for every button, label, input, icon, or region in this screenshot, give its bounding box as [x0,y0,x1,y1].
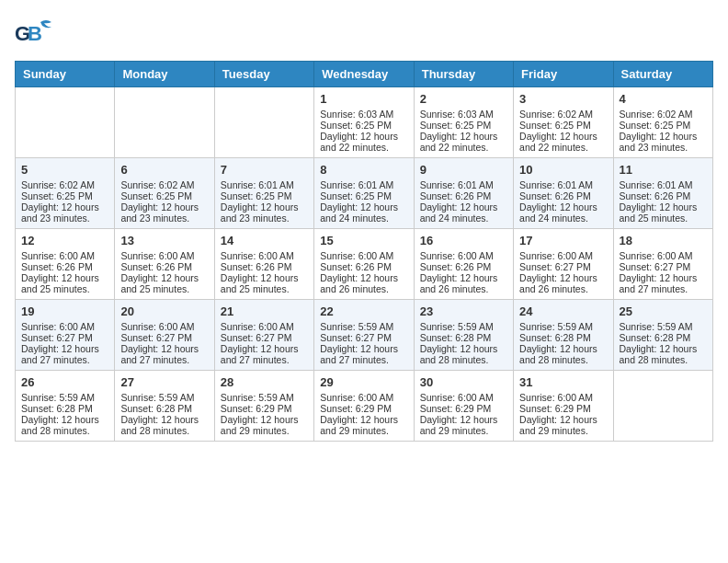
daylight-text: Daylight: 12 hours and 22 minutes. [320,131,407,153]
calendar-cell: 11Sunrise: 6:01 AMSunset: 6:26 PMDayligh… [613,158,712,229]
daylight-text: Daylight: 12 hours and 25 minutes. [620,201,707,224]
sunset-text: Sunset: 6:27 PM [120,332,208,343]
calendar-cell: 26Sunrise: 5:59 AMSunset: 6:28 PMDayligh… [16,371,115,442]
sunrise-text: Sunrise: 6:00 AM [21,250,108,261]
day-number: 6 [120,163,208,177]
sunset-text: Sunset: 6:27 PM [620,261,707,272]
calendar-cell: 17Sunrise: 6:00 AMSunset: 6:27 PMDayligh… [514,229,613,300]
calendar-cell: 31Sunrise: 6:00 AMSunset: 6:29 PMDayligh… [514,371,613,442]
daylight-text: Daylight: 12 hours and 24 minutes. [420,201,507,224]
calendar-cell [115,87,214,158]
calendar-cell: 10Sunrise: 6:01 AMSunset: 6:26 PMDayligh… [514,158,613,229]
daylight-text: Daylight: 12 hours and 28 minutes. [519,343,607,365]
calendar-cell: 22Sunrise: 5:59 AMSunset: 6:27 PMDayligh… [314,300,414,371]
sunrise-text: Sunrise: 6:02 AM [519,109,607,120]
sunset-text: Sunset: 6:26 PM [120,261,208,272]
sunset-text: Sunset: 6:25 PM [620,120,707,131]
sunset-text: Sunset: 6:28 PM [120,403,208,414]
day-header-monday: Monday [115,62,214,87]
day-number: 20 [120,304,208,318]
sunset-text: Sunset: 6:29 PM [420,403,507,414]
sunrise-text: Sunrise: 5:59 AM [320,321,407,332]
calendar-cell: 12Sunrise: 6:00 AMSunset: 6:26 PMDayligh… [16,229,115,300]
sunset-text: Sunset: 6:26 PM [21,261,108,272]
day-number: 21 [221,304,308,318]
sunset-text: Sunset: 6:29 PM [221,403,308,414]
sunrise-text: Sunrise: 6:02 AM [620,109,707,120]
daylight-text: Daylight: 12 hours and 26 minutes. [420,272,507,294]
day-number: 16 [420,234,507,247]
daylight-text: Daylight: 12 hours and 22 minutes. [519,131,607,153]
calendar-cell: 2Sunrise: 6:03 AMSunset: 6:25 PMDaylight… [414,87,513,158]
sunset-text: Sunset: 6:28 PM [420,332,507,343]
sunset-text: Sunset: 6:25 PM [519,120,607,131]
logo-icon: G B [15,15,53,53]
calendar-header-row: SundayMondayTuesdayWednesdayThursdayFrid… [16,62,713,87]
daylight-text: Daylight: 12 hours and 29 minutes. [519,414,607,436]
calendar-week-3: 12Sunrise: 6:00 AMSunset: 6:26 PMDayligh… [16,229,713,300]
sunrise-text: Sunrise: 6:00 AM [21,321,108,332]
calendar-cell: 8Sunrise: 6:01 AMSunset: 6:25 PMDaylight… [314,158,414,229]
calendar-cell: 18Sunrise: 6:00 AMSunset: 6:27 PMDayligh… [613,229,712,300]
day-number: 25 [620,304,707,318]
sunrise-text: Sunrise: 6:03 AM [420,109,507,120]
calendar-cell [214,87,313,158]
calendar-cell: 4Sunrise: 6:02 AMSunset: 6:25 PMDaylight… [613,87,712,158]
calendar-cell: 15Sunrise: 6:00 AMSunset: 6:26 PMDayligh… [314,229,414,300]
calendar-week-2: 5Sunrise: 6:02 AMSunset: 6:25 PMDaylight… [16,158,713,229]
calendar-week-1: 1Sunrise: 6:03 AMSunset: 6:25 PMDaylight… [16,87,713,158]
sunset-text: Sunset: 6:26 PM [620,190,707,201]
day-number: 10 [519,163,607,177]
day-header-saturday: Saturday [613,62,712,87]
day-number: 9 [420,163,507,177]
svg-text:B: B [28,22,42,45]
day-header-sunday: Sunday [16,62,115,87]
sunset-text: Sunset: 6:27 PM [519,261,607,272]
calendar-week-4: 19Sunrise: 6:00 AMSunset: 6:27 PMDayligh… [16,300,713,371]
sunset-text: Sunset: 6:27 PM [320,332,407,343]
day-header-wednesday: Wednesday [314,62,414,87]
calendar-cell: 16Sunrise: 6:00 AMSunset: 6:26 PMDayligh… [414,229,513,300]
day-number: 8 [320,163,407,177]
sunrise-text: Sunrise: 6:00 AM [120,250,208,261]
day-number: 17 [519,234,607,247]
sunrise-text: Sunrise: 6:00 AM [420,250,507,261]
daylight-text: Daylight: 12 hours and 27 minutes. [120,343,208,365]
calendar-cell: 5Sunrise: 6:02 AMSunset: 6:25 PMDaylight… [16,158,115,229]
sunrise-text: Sunrise: 6:00 AM [620,250,707,261]
day-number: 28 [221,375,308,389]
day-number: 4 [620,92,707,106]
daylight-text: Daylight: 12 hours and 25 minutes. [21,272,108,294]
sunset-text: Sunset: 6:28 PM [21,403,108,414]
sunrise-text: Sunrise: 6:00 AM [519,250,607,261]
day-number: 11 [620,163,707,177]
calendar-cell: 21Sunrise: 6:00 AMSunset: 6:27 PMDayligh… [214,300,313,371]
sunrise-text: Sunrise: 6:01 AM [221,179,308,190]
calendar-cell: 14Sunrise: 6:00 AMSunset: 6:26 PMDayligh… [214,229,313,300]
day-number: 22 [320,304,407,318]
sunrise-text: Sunrise: 6:01 AM [420,179,507,190]
day-number: 19 [21,304,108,318]
daylight-text: Daylight: 12 hours and 29 minutes. [420,414,507,436]
sunrise-text: Sunrise: 6:01 AM [320,179,407,190]
day-number: 29 [320,375,407,389]
calendar: SundayMondayTuesdayWednesdayThursdayFrid… [15,61,713,442]
sunrise-text: Sunrise: 6:00 AM [120,321,208,332]
daylight-text: Daylight: 12 hours and 27 minutes. [320,343,407,365]
daylight-text: Daylight: 12 hours and 27 minutes. [620,272,707,294]
day-number: 14 [221,234,308,247]
daylight-text: Daylight: 12 hours and 25 minutes. [120,272,208,294]
sunset-text: Sunset: 6:25 PM [420,120,507,131]
daylight-text: Daylight: 12 hours and 23 minutes. [120,201,208,224]
daylight-text: Daylight: 12 hours and 24 minutes. [519,201,607,224]
calendar-cell: 6Sunrise: 6:02 AMSunset: 6:25 PMDaylight… [115,158,214,229]
day-number: 31 [519,375,607,389]
sunrise-text: Sunrise: 6:00 AM [320,250,407,261]
page-header: G B [15,15,713,53]
day-number: 30 [420,375,507,389]
day-number: 12 [21,234,108,247]
daylight-text: Daylight: 12 hours and 26 minutes. [519,272,607,294]
day-header-friday: Friday [514,62,613,87]
sunset-text: Sunset: 6:25 PM [21,190,108,201]
daylight-text: Daylight: 12 hours and 28 minutes. [21,414,108,436]
